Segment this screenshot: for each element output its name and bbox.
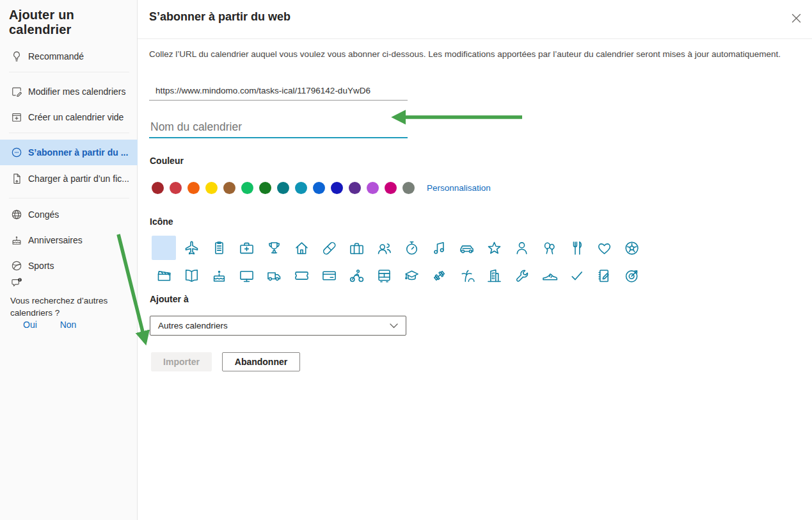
icon-option-clapperboard[interactable]	[152, 263, 176, 288]
icon-option-pill[interactable]	[317, 236, 341, 260]
color-swatch-purple[interactable]	[349, 182, 361, 194]
add-to-selected-option: Autres calendriers	[158, 321, 390, 330]
sidebar-item-label: Charger à partir d’un fic...	[28, 174, 129, 184]
chevron-down-icon	[390, 323, 398, 329]
icon-option-checkmark[interactable]	[564, 263, 589, 288]
icon-option-stopwatch[interactable]	[399, 236, 424, 260]
icon-option-notebook-pen[interactable]	[592, 263, 616, 288]
icon-option-running-shoe[interactable]	[537, 263, 561, 288]
calendar-url-value: https://www.mindomo.com/tasks-ical/11796…	[149, 84, 408, 98]
dialog-description: Collez l’URL du calendrier auquel vous v…	[149, 49, 795, 59]
sidebar-title: Ajouter un calendrier	[9, 8, 137, 37]
feedback-icon	[10, 277, 27, 292]
sidebar-item-create-blank-calendar[interactable]: Créer un calendrier vide	[0, 104, 138, 130]
sidebar-item-label: S’abonner à partir du ...	[28, 147, 128, 158]
icon-option-notepad[interactable]	[207, 236, 231, 260]
calendar-add-icon	[10, 111, 23, 124]
color-swatch-yellow[interactable]	[205, 182, 218, 194]
sidebar-item-label: Créer un calendrier vide	[28, 112, 123, 122]
birthday-cake-icon	[10, 234, 23, 247]
color-swatch-orchid[interactable]	[367, 182, 379, 194]
sidebar-item-label: Sports	[28, 261, 54, 271]
color-swatch-brown[interactable]	[223, 182, 235, 194]
icon-option-house[interactable]	[289, 236, 314, 260]
sidebar-item-subscribe-from-web[interactable]: S’abonner à partir du ...	[0, 140, 138, 165]
add-to-select[interactable]: Autres calendriers	[150, 316, 406, 336]
color-swatch-row	[152, 182, 415, 194]
sidebar-divider	[9, 133, 129, 133]
icon-grid	[152, 236, 644, 288]
color-swatch-dark-red[interactable]	[152, 182, 164, 194]
sidebar-divider	[9, 72, 129, 72]
color-swatch-green[interactable]	[241, 182, 253, 194]
icon-option-cyclist[interactable]	[344, 263, 369, 288]
sidebar: Ajouter un calendrier Recommandé Modifie…	[0, 0, 138, 520]
other-calendars-prompt: Vous recherchez d’autres calendriers ?	[10, 295, 131, 319]
icon-option-briefcase[interactable]	[344, 236, 369, 260]
calendar-name-input[interactable]: Nom du calendrier	[149, 118, 408, 138]
icon-option-credit-card[interactable]	[317, 263, 341, 288]
icon-option-car[interactable]	[454, 236, 479, 260]
icon-section-label: Icône	[150, 216, 173, 227]
sidebar-item-label: Recommandé	[28, 51, 84, 61]
icon-option-first-aid[interactable]	[234, 236, 259, 260]
sidebar-item-sports[interactable]: Sports	[0, 253, 138, 279]
icon-option-truck[interactable]	[262, 263, 286, 288]
cancel-button[interactable]: Abandonner	[222, 352, 300, 371]
icon-option-monitor[interactable]	[234, 263, 259, 288]
color-swatch-cyan[interactable]	[295, 182, 307, 194]
no-link[interactable]: Non	[60, 320, 77, 330]
color-swatch-red[interactable]	[170, 182, 182, 194]
color-swatch-teal[interactable]	[277, 182, 289, 194]
icon-option-ticket[interactable]	[289, 263, 314, 288]
globe-icon	[10, 208, 23, 221]
icon-option-dumbbell[interactable]	[427, 263, 451, 288]
icon-option-bus[interactable]	[372, 263, 396, 288]
icon-option-dining[interactable]	[564, 236, 589, 260]
sidebar-item-recommended[interactable]: Recommandé	[0, 44, 138, 69]
sidebar-divider	[9, 198, 129, 199]
customize-color-link[interactable]: Personnalisation	[427, 183, 491, 193]
sidebar-item-edit-calendars[interactable]: Modifier mes calendriers	[0, 79, 138, 104]
color-swatch-blue[interactable]	[313, 182, 325, 194]
icon-option-blank[interactable]	[152, 236, 176, 260]
add-calendar-dialog: Ajouter un calendrier Recommandé Modifie…	[0, 0, 812, 520]
import-button[interactable]: Importer	[151, 352, 212, 371]
circle-ellipsis-icon	[10, 146, 23, 159]
icon-option-graduation-cap[interactable]	[399, 263, 424, 288]
file-upload-icon	[10, 172, 23, 185]
icon-option-airplane[interactable]	[179, 236, 203, 260]
calendar-url-input[interactable]: https://www.mindomo.com/tasks-ical/11796…	[149, 84, 408, 101]
icon-option-cake[interactable]	[207, 263, 231, 288]
calendar-name-placeholder: Nom du calendrier	[149, 118, 408, 136]
sidebar-item-birthdays[interactable]: Anniversaires	[0, 227, 138, 253]
icon-option-heart[interactable]	[592, 236, 616, 260]
icon-option-book[interactable]	[179, 263, 203, 288]
page-title: S’abonner à partir du web	[149, 10, 291, 24]
color-swatch-dark-blue[interactable]	[331, 182, 343, 194]
sidebar-item-label: Congés	[28, 209, 59, 220]
icon-option-target[interactable]	[619, 263, 644, 288]
icon-option-beach[interactable]	[454, 263, 479, 288]
color-section-label: Couleur	[150, 156, 184, 166]
color-swatch-gray[interactable]	[402, 182, 415, 194]
color-swatch-orange[interactable]	[187, 182, 200, 194]
icon-option-trophy[interactable]	[262, 236, 286, 260]
color-swatch-dark-green[interactable]	[259, 182, 271, 194]
sidebar-item-label: Anniversaires	[28, 235, 83, 245]
yes-link[interactable]: Oui	[23, 320, 37, 330]
icon-option-building[interactable]	[482, 263, 506, 288]
header-divider	[138, 38, 812, 39]
color-swatch-magenta[interactable]	[385, 182, 397, 194]
sidebar-item-holidays[interactable]: Congés	[0, 202, 138, 227]
close-icon[interactable]	[788, 10, 804, 26]
icon-option-wrench[interactable]	[509, 263, 534, 288]
icon-option-music-note[interactable]	[427, 236, 451, 260]
icon-option-balloons[interactable]	[537, 236, 561, 260]
icon-option-people[interactable]	[372, 236, 396, 260]
icon-option-star[interactable]	[482, 236, 506, 260]
lightbulb-icon	[10, 50, 23, 63]
icon-option-person[interactable]	[509, 236, 534, 260]
sidebar-item-upload-from-file[interactable]: Charger à partir d’un fic...	[0, 166, 138, 191]
icon-option-soccer-ball[interactable]	[619, 236, 644, 260]
